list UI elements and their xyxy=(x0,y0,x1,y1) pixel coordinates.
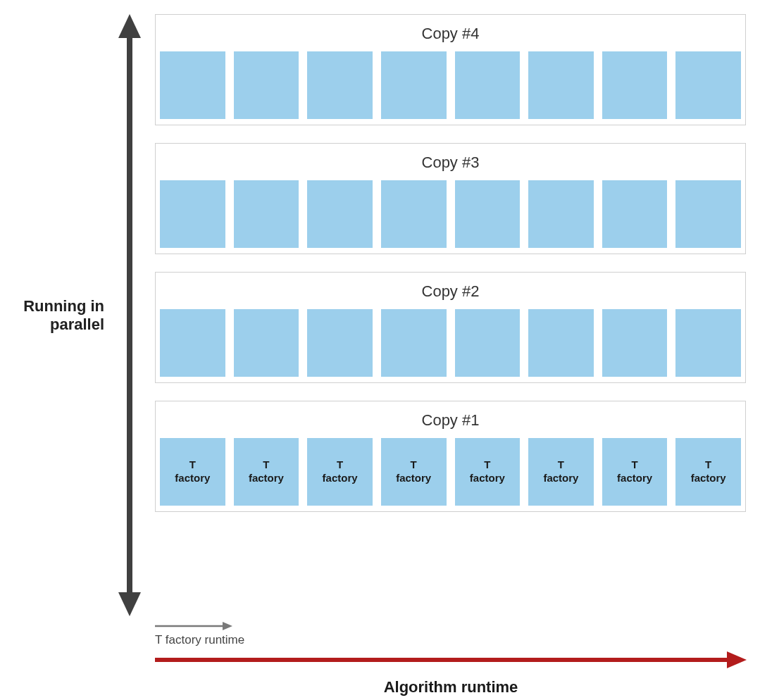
copy-panel: Copy #4 xyxy=(155,14,746,125)
t-factory-runtime-group: T factory runtime xyxy=(155,620,746,647)
diagram-root: Running in parallel Copy #4 Copy xyxy=(14,14,746,616)
y-axis-label: Running in parallel xyxy=(14,14,113,616)
t-factory-box xyxy=(675,309,741,377)
t-factory-box: Tfactory xyxy=(160,438,225,506)
t-factory-box: Tfactory xyxy=(528,438,594,506)
box-label-l2: factory xyxy=(543,472,578,485)
t-factory-box xyxy=(381,51,447,119)
box-label-l1: T xyxy=(263,458,269,472)
row-boxes xyxy=(156,180,745,254)
box-label-l2: factory xyxy=(396,472,431,485)
small-arrow-icon xyxy=(155,620,232,632)
box-label-l2: factory xyxy=(323,472,358,485)
copy-panel: Copy #3 xyxy=(155,143,746,254)
svg-marker-0 xyxy=(118,14,141,38)
box-label-l1: T xyxy=(337,458,343,472)
x-axis-label: Algorithm runtime xyxy=(155,678,747,696)
copy-panel: Copy #2 xyxy=(155,272,746,383)
under-axis: T factory runtime Algorithm runtime xyxy=(155,620,746,696)
box-label-l2: factory xyxy=(617,472,652,485)
t-factory-box: Tfactory xyxy=(234,438,299,506)
box-label-l1: T xyxy=(705,458,711,472)
copy-title: Copy #2 xyxy=(156,273,745,309)
panel-area: Copy #4 Copy #3 xyxy=(147,14,746,512)
t-factory-runtime-label: T factory runtime xyxy=(155,633,244,647)
box-label-l1: T xyxy=(189,458,196,472)
t-factory-box xyxy=(528,51,594,119)
vertical-arrow-icon xyxy=(113,14,147,616)
t-factory-box xyxy=(160,180,225,248)
t-factory-box xyxy=(234,309,299,377)
box-label-l2: factory xyxy=(175,472,210,485)
t-factory-box xyxy=(528,180,594,248)
box-label-l2: factory xyxy=(470,472,505,485)
t-factory-box xyxy=(528,309,594,377)
copy-title: Copy #4 xyxy=(156,15,745,51)
t-factory-box xyxy=(160,51,225,119)
t-factory-box xyxy=(602,180,668,248)
row-boxes xyxy=(156,51,745,125)
t-factory-box xyxy=(381,309,447,377)
copy-title: Copy #1 xyxy=(156,401,745,438)
box-label-l2: factory xyxy=(691,472,726,485)
t-factory-box xyxy=(455,180,521,248)
t-factory-box xyxy=(307,51,373,119)
t-factory-box: Tfactory xyxy=(455,438,521,506)
svg-marker-4 xyxy=(223,622,232,630)
box-label-l1: T xyxy=(411,458,417,472)
t-factory-box xyxy=(675,180,741,248)
box-label-l1: T xyxy=(558,458,564,472)
row-boxes xyxy=(156,309,745,382)
row-boxes: Tfactory Tfactory Tfactory Tfactory Tfac… xyxy=(156,438,745,511)
box-label-l1: T xyxy=(484,458,490,472)
t-factory-box: Tfactory xyxy=(307,438,373,506)
svg-rect-1 xyxy=(127,35,132,595)
t-factory-box xyxy=(455,51,521,119)
t-factory-box xyxy=(455,309,521,377)
t-factory-box xyxy=(602,309,668,377)
t-factory-box xyxy=(160,309,225,377)
t-factory-box: Tfactory xyxy=(381,438,447,506)
t-factory-box xyxy=(381,180,447,248)
svg-marker-6 xyxy=(727,651,747,668)
horizontal-arrow-icon xyxy=(155,651,747,668)
copy-title: Copy #3 xyxy=(156,144,745,180)
box-label-l1: T xyxy=(631,458,637,472)
t-factory-box: Tfactory xyxy=(602,438,668,506)
t-factory-box xyxy=(602,51,668,119)
t-factory-box xyxy=(307,180,373,248)
t-factory-box xyxy=(234,180,299,248)
t-factory-box: Tfactory xyxy=(675,438,741,506)
svg-marker-2 xyxy=(118,592,141,616)
box-label-l2: factory xyxy=(249,472,284,485)
svg-rect-5 xyxy=(155,658,731,662)
t-factory-box xyxy=(307,309,373,377)
copy-panel: Copy #1 Tfactory Tfactory Tfactory Tfact… xyxy=(155,401,746,512)
y-axis-label-line1: Running in parallel xyxy=(14,297,104,334)
t-factory-box xyxy=(234,51,299,119)
t-factory-box xyxy=(675,51,741,119)
